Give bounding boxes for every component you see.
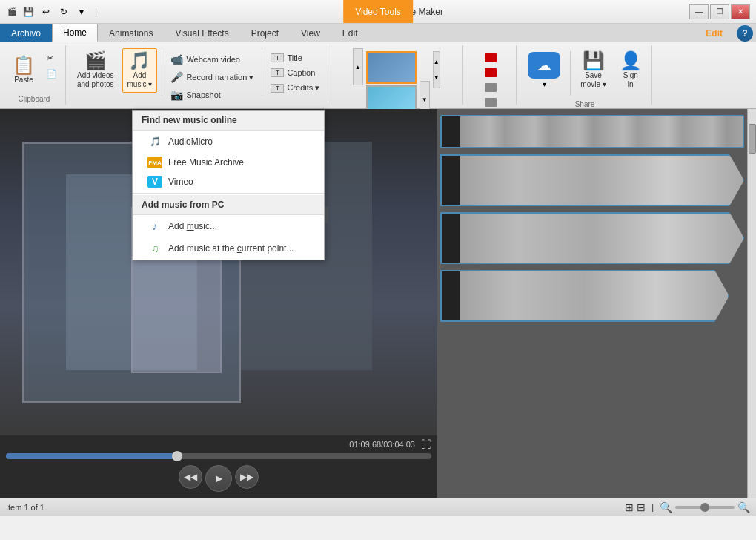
- scrollbar-thumb[interactable]: [749, 124, 756, 154]
- copy-icon: 📄: [47, 69, 57, 79]
- narration-label: Record narration ▾: [186, 73, 253, 82]
- dropdown-header-pc: Add music from PC: [133, 195, 324, 215]
- editing-btn-2[interactable]: [481, 66, 500, 79]
- zoom-in-icon[interactable]: 🔍: [737, 501, 750, 513]
- text-overlay-group: T Title T Caption T Credits ▾: [267, 48, 323, 95]
- add-music-item[interactable]: ♪ Add music...: [133, 215, 324, 237]
- tab-archivo[interactable]: Archivo: [0, 24, 52, 42]
- storyboard-icon[interactable]: ⊞: [625, 501, 634, 513]
- caption-button[interactable]: T Caption: [267, 66, 323, 79]
- audiomicro-icon: 🎵: [147, 134, 162, 149]
- audiomicro-item[interactable]: 🎵 AudioMicro: [133, 131, 324, 153]
- tab-edit-right[interactable]: Edit: [331, 24, 369, 42]
- themes-scroll-up[interactable]: ▲: [353, 48, 363, 85]
- qa-dropdown-btn[interactable]: ▾: [74, 4, 89, 19]
- title-button[interactable]: T Title: [267, 51, 323, 65]
- editing-btn-3[interactable]: [481, 81, 500, 94]
- record-group: 📹 Webcam video 🎤 Record narration ▾ 📷 Sn…: [167, 48, 257, 103]
- tab-visual-effects[interactable]: Visual Effects: [164, 24, 239, 42]
- group-clipboard: 📋 Paste ✂ 📄 Clipboard: [3, 45, 66, 105]
- editing-btn-4[interactable]: [481, 96, 500, 109]
- ribbon-content: 📋 Paste ✂ 📄 Clipboard 🎬 Add: [0, 42, 756, 108]
- themes-scrollbar[interactable]: ▲ ▼: [433, 51, 440, 88]
- video-controls-bar: 01:09,68/03:04,03 ⛶ ◀◀ ▶ ▶▶: [0, 435, 437, 498]
- group-editing: Editing: [465, 45, 517, 105]
- copy-button[interactable]: 📄: [43, 67, 61, 81]
- video-time-display: 01:09,68/03:04,03 ⛶: [6, 438, 431, 450]
- seek-thumb[interactable]: [172, 451, 182, 461]
- narration-button[interactable]: 🎤 Record narration ▾: [167, 69, 257, 85]
- status-bar: Item 1 of 1 ⊞ ⊟ | 🔍 🔍: [0, 498, 756, 516]
- expand-icon[interactable]: ⛶: [421, 438, 431, 450]
- credits-label: Credits ▾: [287, 83, 319, 93]
- add-music-at-label: Add music at the current point...: [168, 243, 294, 254]
- zoom-sep: |: [651, 503, 654, 512]
- title-bar: 🎬 💾 ↩ ↻ ▾ | My Movie - Movie Maker Video…: [0, 0, 756, 24]
- prev-frame-button[interactable]: ◀◀: [179, 465, 202, 489]
- theme-item-1[interactable]: [366, 51, 417, 84]
- maximize-btn[interactable]: ❐: [710, 4, 729, 19]
- credits-icon: T: [271, 84, 284, 93]
- tab-project[interactable]: Project: [240, 24, 290, 42]
- zoom-thumb[interactable]: [700, 503, 709, 512]
- editing-icon-2: [485, 68, 497, 77]
- paste-button[interactable]: 📋 Paste: [7, 48, 40, 93]
- timeline-strip-4-wrap: [440, 270, 744, 322]
- video-seekbar[interactable]: [6, 453, 431, 459]
- narration-icon: 🎤: [170, 71, 183, 83]
- timeline-panel[interactable]: [437, 109, 756, 498]
- dropdown-divider: [133, 193, 324, 194]
- skydrive-button[interactable]: ☁ ▾: [523, 48, 566, 93]
- save-quick-btn[interactable]: 💾: [21, 4, 36, 19]
- timeline-strip-2-wrap: [440, 154, 744, 206]
- minimize-btn[interactable]: —: [689, 4, 709, 19]
- tab-videotools[interactable]: Edit: [694, 24, 734, 42]
- vimeo-icon: V: [147, 176, 162, 188]
- undo-btn[interactable]: ↩: [39, 4, 53, 19]
- webcam-icon: 📹: [170, 53, 183, 65]
- add-music-at-icon: ♫: [147, 241, 162, 256]
- tab-animations[interactable]: Animations: [98, 24, 164, 42]
- play-button[interactable]: ▶: [205, 465, 232, 492]
- webcam-label: Webcam video: [186, 55, 240, 64]
- dropdown-header-online: Find new music online: [133, 111, 324, 131]
- editing-btn-1[interactable]: [481, 51, 500, 65]
- webcam-button[interactable]: 📹 Webcam video: [167, 51, 257, 68]
- cut-button[interactable]: ✂: [43, 51, 61, 65]
- tab-home[interactable]: Home: [52, 24, 98, 42]
- redo-btn[interactable]: ↻: [56, 4, 71, 19]
- snapshot-label: Snapshot: [186, 90, 220, 99]
- skydrive-icon: ☁: [528, 52, 560, 79]
- sign-in-button[interactable]: 👤 Signin: [614, 48, 647, 93]
- next-frame-icon: ▶▶: [240, 472, 253, 482]
- play-icon: ▶: [216, 473, 222, 484]
- snapshot-button[interactable]: 📷 Snapshot: [167, 87, 257, 103]
- window-controls: — ❐ ✕: [689, 4, 750, 19]
- tab-view[interactable]: View: [290, 24, 331, 42]
- add-videos-button[interactable]: 🎬 Add videosand photos: [72, 48, 119, 93]
- skydrive-label: ▾: [543, 80, 546, 88]
- scrollbar-vertical[interactable]: [747, 109, 756, 498]
- add-music-dropdown: Find new music online 🎵 AudioMicro FMA F…: [132, 110, 325, 260]
- timeline-icon[interactable]: ⊟: [637, 501, 646, 513]
- add-music-at-item[interactable]: ♫ Add music at the current point...: [133, 237, 324, 260]
- help-button[interactable]: ?: [737, 25, 753, 42]
- cut-copy-group: ✂ 📄: [43, 48, 61, 81]
- add-music-icon: 🎵: [128, 52, 150, 70]
- fma-item[interactable]: FMA Free Music Archive: [133, 153, 324, 172]
- zoom-out-icon[interactable]: 🔍: [660, 501, 672, 513]
- credits-button[interactable]: T Credits ▾: [267, 81, 323, 95]
- title-label: Title: [287, 53, 302, 62]
- zoom-slider[interactable]: [675, 506, 735, 509]
- add-music-item-icon: ♪: [147, 219, 162, 234]
- timeline-strip-3: [440, 212, 744, 264]
- quick-access-toolbar: 🎬 💾 ↩ ↻ ▾ |: [6, 4, 100, 19]
- close-btn[interactable]: ✕: [731, 4, 750, 19]
- save-movie-button[interactable]: 💾 Savemovie ▾: [575, 48, 611, 93]
- vimeo-label: Vimeo: [168, 177, 193, 187]
- add-music-button[interactable]: 🎵 Addmusic ▾: [122, 48, 158, 93]
- main-area: 01:09,68/03:04,03 ⛶ ◀◀ ▶ ▶▶: [0, 109, 756, 498]
- fma-icon: FMA: [147, 157, 162, 168]
- next-frame-button[interactable]: ▶▶: [235, 465, 259, 489]
- vimeo-item[interactable]: V Vimeo: [133, 172, 324, 191]
